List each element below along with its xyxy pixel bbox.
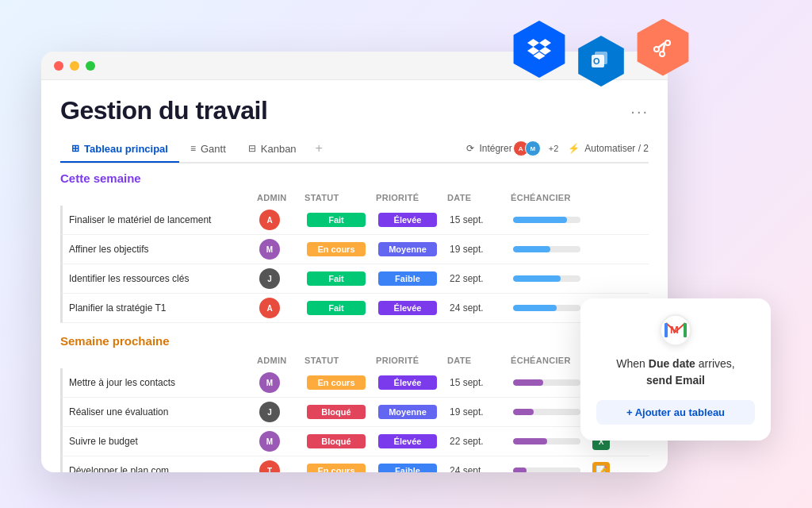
tab-kanban[interactable]: ⊟ Kanban bbox=[237, 137, 308, 163]
status-badge: Fait bbox=[307, 301, 366, 315]
avatar: M bbox=[259, 431, 280, 452]
avatar: J bbox=[259, 268, 280, 289]
priority-badge: Élevée bbox=[378, 213, 437, 227]
progress-bar bbox=[513, 305, 580, 311]
tabs-bar: ⊞ Tableau principal ≡ Gantt ⊟ Kanban + ⟳… bbox=[60, 135, 649, 164]
svg-rect-12 bbox=[684, 323, 687, 337]
kanban-icon: ⊟ bbox=[248, 143, 256, 154]
integration-icons: O bbox=[511, 20, 691, 87]
avatar: A bbox=[259, 298, 280, 318]
gmail-logo: M bbox=[660, 314, 691, 346]
avatar-2: M bbox=[525, 140, 541, 156]
avatar-stack: A M bbox=[517, 140, 541, 156]
app-icon: 📝 bbox=[592, 462, 610, 472]
automate-button[interactable]: ⚡ Automatiser / 2 bbox=[568, 143, 649, 154]
svg-rect-11 bbox=[665, 323, 668, 337]
priority-badge: Élevée bbox=[378, 301, 437, 315]
page-title: Gestion du travail bbox=[60, 96, 267, 125]
table-header-2: Admin Statut Priorité Date Échéancier bbox=[60, 352, 649, 368]
table-row[interactable]: Finaliser le matériel de lancement A Fai… bbox=[60, 206, 649, 235]
svg-point-7 bbox=[655, 48, 658, 51]
svg-text:O: O bbox=[593, 56, 600, 66]
due-date-bold: Due date bbox=[649, 357, 695, 370]
more-options-button[interactable]: ··· bbox=[630, 102, 649, 121]
tableau-icon: ⊞ bbox=[71, 143, 79, 154]
priority-badge: Moyenne bbox=[378, 242, 437, 256]
scene: O Gestion du trava bbox=[41, 28, 771, 480]
progress-bar bbox=[513, 409, 580, 415]
progress-bar bbox=[513, 217, 580, 223]
integrate-button[interactable]: ⟳ Intégrer A M +2 bbox=[466, 140, 558, 156]
send-bold: send bbox=[646, 374, 676, 387]
status-badge: Bloqué bbox=[307, 405, 366, 419]
status-badge: Fait bbox=[307, 271, 366, 286]
tab-gantt[interactable]: ≡ Gantt bbox=[179, 137, 237, 163]
table-header-1: Admin Statut Priorité Date Échéancier bbox=[60, 190, 649, 206]
progress-bar bbox=[513, 379, 580, 386]
status-badge: En cours bbox=[307, 375, 366, 390]
progress-bar bbox=[513, 275, 580, 282]
status-badge: En cours bbox=[307, 464, 366, 472]
status-badge: Bloqué bbox=[307, 434, 366, 448]
email-bold: Email bbox=[676, 374, 705, 387]
table-row[interactable]: Développer le plan com T En cours Faible… bbox=[60, 456, 649, 472]
toolbar-right: ⟳ Intégrer A M +2 ⚡ Automatiser / 2 bbox=[466, 140, 649, 156]
table-row[interactable]: Affiner les objectifs M En cours Moyenne… bbox=[60, 235, 649, 264]
outlook-icon[interactable]: O bbox=[576, 36, 626, 87]
avatar: A bbox=[259, 210, 280, 230]
popup-text: When Due date arrives, send Email bbox=[596, 356, 755, 389]
svg-text:M: M bbox=[670, 324, 679, 336]
table-row[interactable]: Réaliser une évaluation J Bloqué Moyenne… bbox=[60, 398, 649, 427]
add-tab-button[interactable]: + bbox=[308, 135, 331, 162]
priority-badge: Moyenne bbox=[378, 405, 437, 419]
automation-popup: M When Due date arrives, send Email + Aj… bbox=[580, 298, 771, 441]
add-to-table-button[interactable]: + Ajouter au tableau bbox=[596, 400, 755, 425]
dropbox-icon[interactable] bbox=[511, 21, 568, 78]
progress-bar bbox=[513, 468, 580, 472]
svg-point-10 bbox=[661, 52, 664, 56]
priority-badge: Élevée bbox=[378, 375, 437, 390]
status-badge: En cours bbox=[307, 242, 366, 256]
avatar: J bbox=[259, 402, 280, 422]
close-dot[interactable] bbox=[54, 61, 63, 71]
priority-badge: Faible bbox=[378, 464, 437, 472]
main-window: Gestion du travail ··· ⊞ Tableau princip… bbox=[41, 52, 668, 472]
table-row[interactable]: Identifier les ressources clés J Fait Fa… bbox=[60, 264, 649, 294]
section-cette-semaine: Cette semaine bbox=[60, 164, 649, 190]
table-row[interactable]: Suivre le budget M Bloqué Élevée 22 sept… bbox=[60, 427, 649, 456]
avatar: M bbox=[259, 372, 280, 393]
table-row[interactable]: Mettre à jour les contacts M En cours Él… bbox=[60, 368, 649, 398]
minimize-dot[interactable] bbox=[70, 61, 79, 71]
section-semaine-prochaine: Semaine prochaine bbox=[60, 326, 649, 352]
maximize-dot[interactable] bbox=[86, 61, 95, 71]
progress-bar bbox=[513, 246, 580, 252]
priority-badge: Faible bbox=[378, 271, 437, 286]
tab-tableau-principal[interactable]: ⊞ Tableau principal bbox=[60, 137, 179, 163]
progress-bar bbox=[513, 438, 580, 444]
priority-badge: Élevée bbox=[378, 434, 437, 448]
svg-point-4 bbox=[666, 41, 669, 44]
status-badge: Fait bbox=[307, 213, 366, 227]
avatar: M bbox=[259, 239, 280, 260]
avatar: T bbox=[259, 460, 280, 472]
hubspot-icon[interactable] bbox=[634, 19, 691, 76]
table-row[interactable]: Planifier la stratégie T1 A Fait Élevée … bbox=[60, 294, 649, 323]
gantt-icon: ≡ bbox=[190, 143, 196, 154]
